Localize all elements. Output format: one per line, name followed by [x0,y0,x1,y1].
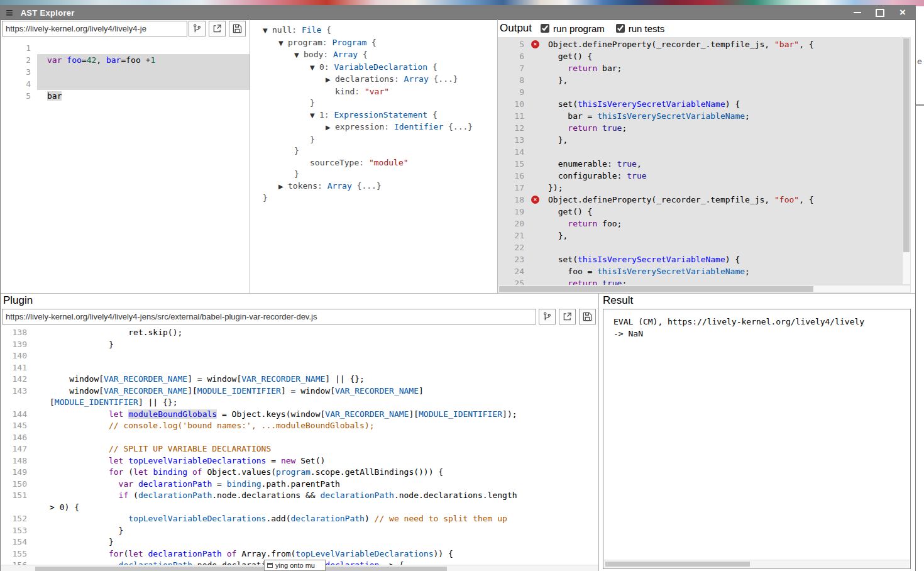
code-text[interactable]: get() { [542,206,902,218]
run-program-checkbox[interactable] [541,24,549,33]
source-url-input[interactable] [2,21,187,36]
code-line[interactable]: 20 return foo; [498,218,902,230]
scrollbar-thumb[interactable] [903,38,910,252]
code-text[interactable] [542,146,902,158]
code-line[interactable]: 154 } [1,536,598,548]
collapsed-arrow-icon[interactable]: ▶ [326,122,335,134]
expanded-arrow-icon[interactable]: ▼ [310,62,319,74]
tree-line[interactable]: } [258,134,497,146]
code-line[interactable]: 8 }, [498,74,902,86]
code-text[interactable]: enumerable: true, [542,158,902,170]
code-text[interactable]: // SPLIT UP VARIABLE DECLARATIONS [33,443,598,455]
code-text[interactable]: Object.defineProperty(_recorder_.tempfil… [542,38,902,50]
output-horizontal-scrollbar[interactable] [498,285,911,293]
code-line[interactable]: 149 for (let binding of Object.values(pr… [1,467,598,479]
scrollbar-thumb[interactable] [499,286,813,292]
tree-line[interactable]: ▼1: ExpressionStatement { [258,109,497,122]
code-line[interactable]: 11 bar = thisIsVererySecretVariableName; [498,110,902,122]
tree-line[interactable]: ▶tokens: Array {...} [258,180,497,193]
bottom-overlay[interactable]: ying onto mu [264,560,326,571]
tree-line[interactable]: ▼0: VariableDeclaration { [258,62,497,74]
code-line[interactable]: 5×Object.defineProperty(_recorder_.tempf… [498,38,902,50]
output-vertical-scrollbar[interactable] [902,37,911,285]
error-icon[interactable]: × [531,196,539,204]
code-line[interactable]: 17}); [498,182,902,194]
code-line[interactable]: 1 [1,42,250,54]
code-line[interactable]: 16 configurable: true [498,170,902,182]
code-text[interactable]: window[VAR_RECORDER_NAME] = window[VAR_R… [33,374,598,385]
code-line[interactable]: 5bar [1,90,250,102]
maximize-button[interactable] [875,8,885,18]
close-button[interactable]: × [898,8,908,18]
code-text[interactable]: return true; [542,122,902,134]
code-line[interactable]: 14 [498,146,902,158]
run-tests-checkbox[interactable] [616,24,625,33]
code-line[interactable]: 7 return bar; [498,62,902,74]
tree-line[interactable]: sourceType: "module" [258,157,497,169]
code-text[interactable] [37,42,250,54]
code-line[interactable]: 152 topLevelVariableDeclarations.add(dec… [1,513,598,525]
hamburger-menu-icon[interactable]: ≡ [6,6,13,19]
tree-line[interactable]: } [258,145,497,157]
code-line[interactable]: 19 get() { [498,206,902,218]
code-line[interactable]: 155 for(let declarationPath of Array.fro… [1,548,598,560]
code-line[interactable]: 151 if (declarationPath.node.declaration… [1,490,598,502]
collapsed-arrow-icon[interactable]: ▶ [278,181,288,193]
code-line[interactable]: 138 ret.skip(); [1,327,598,339]
code-text[interactable]: }, [542,74,902,86]
code-text[interactable]: for (let binding of Object.values(progra… [33,467,598,479]
code-text[interactable]: var foo=42, bar=foo +1 [37,54,250,66]
scrollbar-thumb[interactable] [35,567,447,571]
code-text[interactable] [37,66,250,78]
expanded-arrow-icon[interactable]: ▼ [263,25,272,37]
tree-line[interactable]: ▼body: Array { [258,49,497,62]
tree-line[interactable]: ▶declarations: Array {...} [258,74,497,86]
code-line[interactable]: 24 foo = thisIsVererySecretVariableName; [498,265,902,277]
code-line[interactable]: 12 return true; [498,122,902,134]
code-text[interactable]: return foo; [542,218,902,230]
code-text[interactable]: configurable: true [542,170,902,182]
code-line[interactable]: 4 [1,78,250,90]
code-line[interactable]: 3 [1,66,250,78]
code-text[interactable]: Object.defineProperty(_recorder_.tempfil… [542,194,902,206]
tree-line[interactable]: ▼null: File { [258,25,497,37]
code-text[interactable]: topLevelVariableDeclarations.add(declara… [33,513,598,525]
plugin-url-input[interactable] [2,309,536,324]
result-horizontal-scrollbar[interactable] [604,560,910,568]
plugin-editor[interactable]: 138 ret.skip();139 }140141142 window[VAR… [1,325,598,568]
expanded-arrow-icon[interactable]: ▼ [294,50,304,62]
code-text[interactable]: } [33,536,598,548]
code-line[interactable]: 142 window[VAR_RECORDER_NAME] = window[V… [1,374,598,385]
code-text[interactable]: [MODULE_IDENTIFIER] || {}; [33,397,598,409]
code-text[interactable] [33,362,598,374]
code-line[interactable]: 15 enumerable: true, [498,158,902,170]
code-text[interactable]: set(thisIsVererySecretVariableName) { [542,98,902,110]
code-text[interactable]: for(let declarationPath of Array.from(to… [33,548,598,560]
code-text[interactable]: bar = thisIsVererySecretVariableName; [542,110,902,122]
code-line[interactable]: 22 [498,241,902,253]
tree-line[interactable]: } [258,192,497,204]
plugin-open-external-button[interactable] [559,309,576,324]
save-button[interactable] [229,21,246,36]
code-text[interactable]: } [33,525,598,537]
code-line[interactable]: [MODULE_IDENTIFIER] || {}; [1,397,598,409]
code-line[interactable]: 140 [1,350,598,362]
code-text[interactable]: bar [37,90,250,102]
code-text[interactable] [33,350,598,362]
code-text[interactable]: }); [542,182,902,194]
code-text[interactable]: return bar; [542,62,902,74]
version-history-button[interactable] [189,21,206,36]
code-text[interactable]: // console.log('bound names:', ...module… [33,420,598,432]
code-text[interactable]: if (declarationPath.node.declarations &&… [33,490,598,502]
expanded-arrow-icon[interactable]: ▼ [310,110,319,122]
plugin-save-button[interactable] [579,309,596,324]
plugin-version-history-button[interactable] [539,309,556,324]
code-text[interactable]: }, [542,134,902,146]
ast-panel[interactable]: ▼null: File {▼program: Program {▼body: A… [250,19,498,293]
tree-line[interactable]: kind: "var" [258,86,497,98]
code-text[interactable] [37,78,250,90]
code-line[interactable]: 139 } [1,339,598,351]
code-text[interactable]: }, [542,230,902,241]
code-line[interactable]: 145 // console.log('bound names:', ...mo… [1,420,598,432]
source-editor[interactable]: 12var foo=42, bar=foo +1345bar [1,38,250,297]
